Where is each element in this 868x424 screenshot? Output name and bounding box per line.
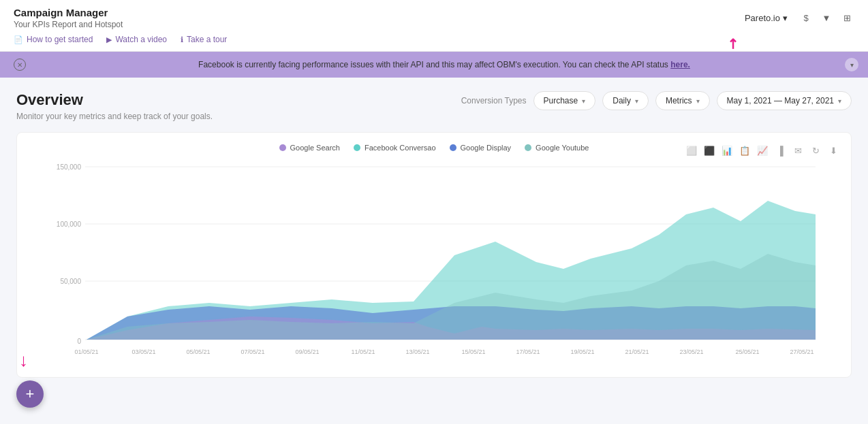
overview-left: Overview Monitor your key metrics and ke… <box>16 91 213 121</box>
svg-text:150,000: 150,000 <box>57 163 82 171</box>
svg-text:15/05/21: 15/05/21 <box>461 348 485 355</box>
metrics-filter-label: Metrics <box>666 96 692 105</box>
legend-google-display: Google Display <box>450 144 512 152</box>
header-left: Campaign Manager Your KPIs Report and Ho… <box>14 7 123 29</box>
legend-google-youtube: Google Youtube <box>525 144 589 152</box>
google-display-dot <box>450 144 456 151</box>
conversion-types-label: Conversion Types <box>461 96 527 105</box>
legend-google-search-label: Google Search <box>290 144 340 152</box>
overview-title: Overview <box>16 91 213 109</box>
svg-text:17/05/21: 17/05/21 <box>516 348 540 355</box>
notification-banner: ✕ Facebook is currently facing performan… <box>0 52 868 78</box>
banner-expand-button[interactable]: ▾ <box>845 58 858 71</box>
pareto-label-text: Pareto.io <box>745 13 780 23</box>
legend-facebook: Facebook Conversao <box>354 144 436 152</box>
svg-text:27/05/21: 27/05/21 <box>790 348 813 355</box>
banner-message: Facebook is currently facing performance… <box>34 60 854 69</box>
svg-text:23/05/21: 23/05/21 <box>679 348 703 355</box>
svg-text:07/05/21: 07/05/21 <box>241 348 264 355</box>
area-chart-icon[interactable]: 📈 <box>756 144 769 157</box>
metrics-filter[interactable]: Metrics ▾ <box>655 91 710 110</box>
chart-area: 150,000 100,000 50,000 0 01/05/21 <box>28 160 840 366</box>
bar-chart-icon[interactable]: 📊 <box>720 144 734 157</box>
pareto-chevron-icon: ▾ <box>783 13 788 23</box>
metrics-chevron-icon: ▾ <box>696 97 700 105</box>
nav-take-tour-label: Take a tour <box>187 35 227 44</box>
table-icon[interactable]: 📋 <box>738 144 751 157</box>
nav-take-tour[interactable]: ℹ Take a tour <box>181 35 227 51</box>
down-arrow-icon: ↓ <box>19 350 28 371</box>
app-title: Campaign Manager <box>14 7 123 18</box>
daily-filter-label: Daily <box>613 96 631 105</box>
banner-link[interactable]: here. <box>670 60 690 69</box>
app-subtitle: Your KPIs Report and Hotspot <box>14 20 123 29</box>
google-youtube-dot <box>525 144 531 151</box>
header-action-icons: $ ▼ ⊞ <box>799 11 854 26</box>
legend-google-youtube-label: Google Youtube <box>536 144 589 152</box>
date-range-label: May 1, 2021 — May 27, 2021 <box>727 96 834 105</box>
google-search-dot <box>279 144 286 151</box>
info-icon: ℹ <box>181 35 183 44</box>
svg-text:03/05/21: 03/05/21 <box>131 348 155 355</box>
svg-text:13/05/21: 13/05/21 <box>405 348 429 355</box>
refresh-icon[interactable]: ↻ <box>809 144 822 157</box>
date-chevron-icon: ▾ <box>838 97 841 105</box>
svg-text:21/05/21: 21/05/21 <box>625 348 649 355</box>
header-right: Pareto.io ▾ $ ▼ ⊞ <box>745 11 854 26</box>
nav-watch-video[interactable]: ▶ Watch a video <box>106 35 167 51</box>
svg-text:01/05/21: 01/05/21 <box>74 348 98 355</box>
facebook-dot <box>354 144 360 151</box>
daily-chevron-icon: ▾ <box>635 97 638 105</box>
column-chart-icon[interactable]: ▐ <box>773 144 787 157</box>
nav-get-started[interactable]: 📄 How to get started <box>14 35 93 51</box>
chart-svg: 150,000 100,000 50,000 0 01/05/21 <box>28 160 840 364</box>
doc-icon: 📄 <box>14 35 23 44</box>
add-icon: + <box>26 385 35 391</box>
purchase-chevron-icon: ▾ <box>582 97 585 105</box>
collapse-icon[interactable]: ⬛ <box>702 144 716 157</box>
purchase-filter-label: Purchase <box>544 96 578 105</box>
purchase-filter[interactable]: Purchase ▾ <box>533 91 596 110</box>
overview-description: Monitor your key metrics and keep track … <box>16 112 213 121</box>
svg-text:19/05/21: 19/05/21 <box>570 348 594 355</box>
filter-bar: Conversion Types Purchase ▾ Daily ▾ Metr… <box>461 91 852 110</box>
svg-text:100,000: 100,000 <box>57 221 82 228</box>
download-icon[interactable]: ⬇ <box>826 144 840 157</box>
nav-get-started-label: How to get started <box>27 35 93 44</box>
svg-text:25/05/21: 25/05/21 <box>735 348 759 355</box>
grid-icon[interactable]: ⊞ <box>839 11 854 26</box>
legend-facebook-label: Facebook Conversao <box>365 144 436 152</box>
svg-text:09/05/21: 09/05/21 <box>295 348 319 355</box>
main-content: Overview Monitor your key metrics and ke… <box>0 78 868 391</box>
date-range-filter[interactable]: May 1, 2021 — May 27, 2021 ▾ <box>717 91 852 110</box>
nav-watch-video-label: Watch a video <box>115 35 167 44</box>
chart-container: ⬜ ⬛ 📊 📋 📈 ▐ ✉ ↻ ⬇ Google Search Facebook… <box>16 132 852 378</box>
filter-icon[interactable]: ▼ <box>819 11 834 26</box>
svg-text:50,000: 50,000 <box>60 278 81 285</box>
daily-filter[interactable]: Daily ▾ <box>602 91 649 110</box>
dollar-icon[interactable]: $ <box>799 11 813 26</box>
legend-google-search: Google Search <box>279 144 340 152</box>
svg-text:0: 0 <box>77 338 81 345</box>
svg-text:11/05/21: 11/05/21 <box>351 348 375 355</box>
chart-tools: ⬜ ⬛ 📊 📋 📈 ▐ ✉ ↻ ⬇ <box>685 144 840 157</box>
pareto-selector[interactable]: Pareto.io ▾ <box>745 13 788 23</box>
legend-google-display-label: Google Display <box>461 144 512 152</box>
expand-icon[interactable]: ⬜ <box>685 144 698 157</box>
banner-close-button[interactable]: ✕ <box>14 59 26 71</box>
svg-text:05/05/21: 05/05/21 <box>186 348 210 355</box>
overview-header: Overview Monitor your key metrics and ke… <box>16 91 852 121</box>
play-icon: ▶ <box>106 35 112 44</box>
mail-icon[interactable]: ✉ <box>791 144 805 157</box>
